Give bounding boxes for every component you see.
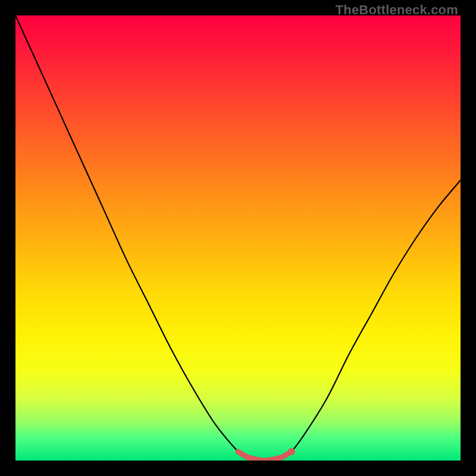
plot-area [15, 15, 461, 461]
curve-svg [15, 15, 461, 461]
optimal-range-marker [238, 452, 292, 461]
bottleneck-curve [15, 15, 461, 461]
marker-end-dot [288, 448, 295, 455]
chart-frame: TheBottleneck.com [0, 0, 476, 476]
